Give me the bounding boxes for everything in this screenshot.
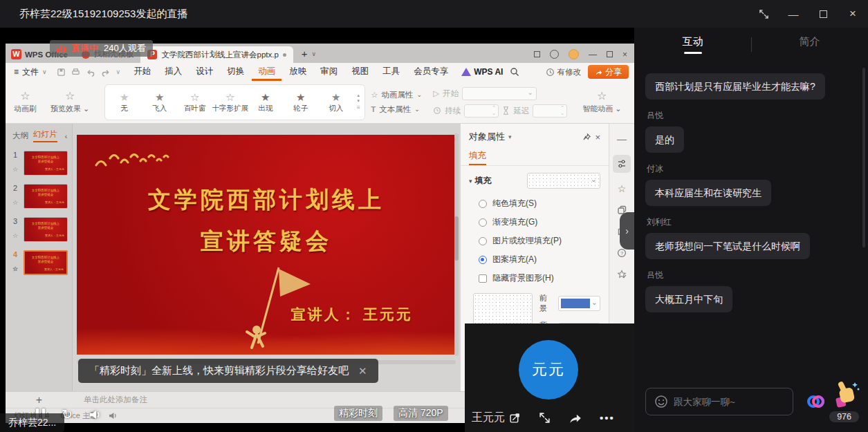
option-gradient-fill[interactable]: 渐变填充(G) bbox=[469, 213, 600, 232]
menu-design[interactable]: 设计 bbox=[190, 63, 219, 81]
menu-tools[interactable]: 工具 bbox=[376, 63, 406, 81]
anim-blinds[interactable]: ☆百叶窗 bbox=[177, 91, 212, 113]
chat-scrollbar[interactable] bbox=[862, 68, 865, 247]
tab-document[interactable]: P文学院西部计划线上宣讲会pptx.p bbox=[140, 46, 293, 63]
option-solid-fill[interactable]: 纯色填充(S) bbox=[469, 194, 600, 213]
wps-ai-button[interactable]: WPS AI bbox=[456, 67, 508, 77]
search-icon[interactable] bbox=[510, 67, 519, 77]
wps-minimize-icon[interactable]: — bbox=[589, 50, 597, 59]
popout-icon[interactable] bbox=[509, 412, 521, 424]
menu-insert[interactable]: 插入 bbox=[158, 63, 188, 81]
slide-thumb-4[interactable]: 4☆ 文学院西部计划线上宣讲答疑会宣讲人：王元元 bbox=[6, 246, 72, 279]
wps-maximize-icon[interactable] bbox=[607, 51, 613, 57]
speaker-icon[interactable] bbox=[109, 412, 118, 420]
slide-thumb-2[interactable]: 2☆ 文学院西部计划线上宣讲答疑会宣讲人：王元元 bbox=[6, 180, 72, 213]
option-hide-background[interactable]: 隐藏背景图形(H) bbox=[469, 269, 600, 288]
wps-account-avatar[interactable] bbox=[569, 49, 579, 59]
menu-animation[interactable]: 动画 bbox=[252, 63, 281, 81]
close-panel-icon[interactable]: × bbox=[595, 132, 600, 142]
radio-icon bbox=[479, 218, 487, 227]
tab-intro[interactable]: 简介 bbox=[751, 28, 868, 61]
maximize-icon[interactable] bbox=[818, 8, 829, 19]
menu-view[interactable]: 视图 bbox=[345, 63, 375, 81]
expand-video-icon[interactable] bbox=[539, 412, 551, 424]
menu-transition[interactable]: 切换 bbox=[221, 63, 250, 81]
star-brush-icon: ☆ bbox=[20, 90, 30, 102]
tab-slides[interactable]: 幻灯片 bbox=[33, 129, 57, 142]
link-magic-icon[interactable] bbox=[805, 391, 826, 415]
collapse-icon[interactable]: — bbox=[616, 133, 627, 144]
star-icon: ☆ bbox=[10, 199, 21, 206]
start-dropdown[interactable] bbox=[462, 87, 537, 100]
wps-close-icon[interactable]: × bbox=[622, 50, 627, 59]
anim-none[interactable]: ★无 bbox=[107, 91, 142, 113]
notes-placeholder[interactable]: 单击此处添加备注 bbox=[73, 395, 147, 405]
properties-icon[interactable] bbox=[613, 155, 631, 173]
chevron-down-icon: ∨ bbox=[312, 50, 317, 57]
gallery-scroll-arrows[interactable]: ▲▼≡ bbox=[353, 93, 363, 111]
wps-restore-icon[interactable] bbox=[534, 51, 540, 57]
collapse-panel-icon[interactable]: ‹ bbox=[65, 132, 68, 140]
toast-close-icon[interactable]: ✕ bbox=[358, 365, 367, 377]
edit-star-icon[interactable] bbox=[616, 269, 627, 280]
add-slide-button[interactable]: + bbox=[6, 394, 73, 406]
radio-icon bbox=[479, 200, 487, 208]
file-menu[interactable]: ≡文件∨ bbox=[11, 66, 50, 78]
redo-icon[interactable] bbox=[101, 68, 111, 77]
expand-panel-tab[interactable]: › bbox=[620, 212, 634, 250]
preview-effect-button[interactable]: ☆预览效果 ⌄ bbox=[46, 90, 93, 114]
chevron-down-icon[interactable]: ∨ bbox=[116, 68, 121, 75]
chevron-expand-icon[interactable]: ▾ bbox=[469, 178, 472, 185]
more-options-icon[interactable]: ••• bbox=[600, 412, 615, 424]
volume-button[interactable] bbox=[89, 409, 102, 420]
presenter-camera-overlay: 元元 王元元 ••• bbox=[465, 323, 634, 432]
print-icon[interactable] bbox=[71, 68, 80, 77]
pin-icon[interactable] bbox=[582, 133, 591, 142]
highlight-moments-button[interactable]: 精彩时刻 bbox=[334, 406, 382, 421]
duration-spinner[interactable] bbox=[464, 104, 499, 118]
undo-icon[interactable] bbox=[86, 68, 95, 77]
tab-interaction[interactable]: 互动 bbox=[634, 28, 751, 61]
menu-slideshow[interactable]: 放映 bbox=[283, 63, 313, 81]
star-effects-icon[interactable]: ☆ bbox=[616, 183, 627, 194]
fill-style-dropdown[interactable] bbox=[527, 173, 600, 189]
chat-text-input[interactable] bbox=[674, 397, 784, 407]
current-slide[interactable]: 文学院西部计划线上宣讲答疑会 宣讲人： 王元元 bbox=[77, 135, 456, 355]
share-button[interactable]: 分享 bbox=[588, 65, 629, 79]
anim-fly-in[interactable]: ★飞入 bbox=[142, 91, 177, 113]
save-icon[interactable] bbox=[57, 68, 66, 77]
start-setting: ▷开始 bbox=[433, 87, 567, 100]
menu-review[interactable]: 审阅 bbox=[314, 63, 344, 81]
modified-status[interactable]: 有修改 bbox=[546, 67, 582, 77]
chat-message-list[interactable]: 西部计划是只有应届毕业生才能去嘛? 吕悦 是的 付冰 本科应届生和在读研究生 刘… bbox=[634, 61, 868, 377]
anim-appear[interactable]: ★出现 bbox=[248, 91, 283, 113]
anim-cross-expand[interactable]: ☆十字形扩展 bbox=[212, 91, 248, 113]
tab-outline[interactable]: 大纲 bbox=[12, 131, 28, 141]
share-stream-icon[interactable] bbox=[569, 412, 582, 424]
close-icon[interactable]: × bbox=[847, 8, 858, 19]
wps-globe-icon[interactable] bbox=[550, 50, 559, 59]
anim-wheel[interactable]: ★轮子 bbox=[283, 91, 318, 113]
option-pattern-fill[interactable]: 图案填充(A) bbox=[469, 250, 600, 269]
anim-cut-in[interactable]: ★切入 bbox=[318, 91, 353, 113]
emoji-icon[interactable] bbox=[654, 395, 668, 408]
animation-brush-button[interactable]: ☆动画刷 bbox=[10, 90, 41, 114]
minimize-icon[interactable]: — bbox=[788, 8, 799, 19]
foreground-color-dropdown[interactable] bbox=[558, 296, 600, 311]
chat-message: 刘利红 老师我想问一下笔试是什么时候啊 bbox=[645, 216, 857, 259]
menu-home[interactable]: 开始 bbox=[127, 63, 157, 81]
text-properties-button[interactable]: T文本属性⌄ bbox=[371, 104, 422, 115]
like-sticker[interactable] bbox=[830, 378, 862, 413]
fullscreen-icon[interactable] bbox=[758, 8, 769, 19]
quality-selector[interactable]: 高清 720P bbox=[394, 406, 448, 421]
fill-tab[interactable]: 填充 bbox=[469, 150, 486, 165]
option-picture-fill[interactable]: 图片或纹理填充(P) bbox=[469, 232, 600, 250]
chat-input-box[interactable] bbox=[645, 388, 793, 415]
delay-spinner[interactable] bbox=[533, 104, 567, 118]
menu-member[interactable]: 会员专享 bbox=[407, 63, 454, 81]
slide-thumb-1[interactable]: 1☆ 文学院西部计划线上宣讲答疑会宣讲人：王元元 bbox=[6, 147, 72, 180]
animation-properties-button[interactable]: ☆动画属性⌄ bbox=[371, 90, 422, 100]
smart-animation-button[interactable]: ☆智能动画 ⌄ bbox=[578, 90, 625, 114]
slide-thumb-3[interactable]: 3☆ 文学院西部计划线上宣讲答疑会宣讲人：王元元 bbox=[6, 213, 72, 246]
new-tab-button[interactable]: +∨ bbox=[293, 48, 322, 63]
